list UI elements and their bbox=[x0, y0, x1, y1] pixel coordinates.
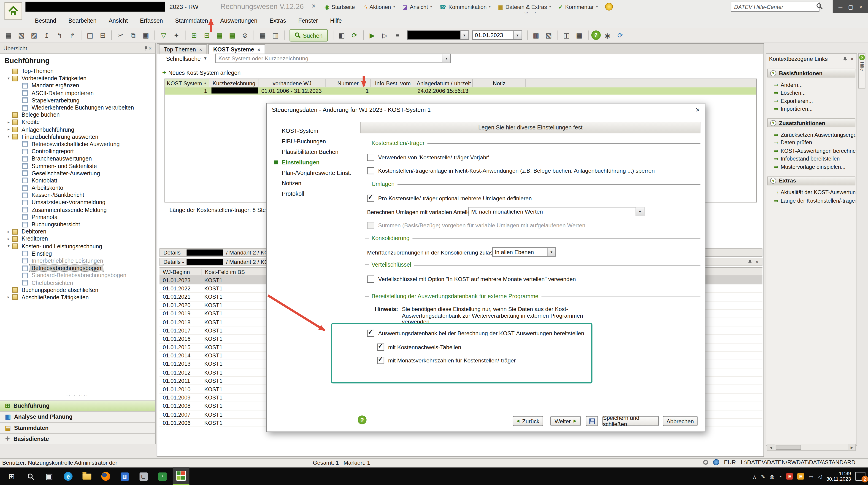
taskbar-search-button[interactable] bbox=[22, 467, 39, 485]
horizontal-scrollbar[interactable]: ◀ ▶ bbox=[767, 444, 856, 451]
buchfuehrung-button[interactable]: ⊞ Buchführung bbox=[0, 400, 155, 411]
checkbox-auswertungsdatenbank[interactable]: Auswertungsdatenbank bei der Berechnung … bbox=[367, 330, 584, 337]
tree-expander-icon[interactable]: ▸ bbox=[5, 229, 12, 234]
tree-expander-icon[interactable]: ▾ bbox=[5, 135, 12, 139]
files-icon[interactable]: ▣ Dateien & Extras ▾ bbox=[498, 4, 551, 10]
dialog-nav-item[interactable]: Plausibilitäten Buchen bbox=[267, 147, 355, 157]
new-kost-system-link[interactable]: + Neues Kost-System anlegen bbox=[162, 69, 241, 76]
menu-item[interactable]: Hilfe bbox=[324, 13, 348, 27]
tab[interactable]: Top-Themen × bbox=[159, 44, 207, 55]
feedback-smiley-icon[interactable] bbox=[605, 3, 613, 10]
grid-view-icon[interactable]: ▦ bbox=[214, 29, 225, 41]
columns-icon[interactable]: ◫ bbox=[561, 29, 572, 41]
menu-item[interactable]: Stammdaten bbox=[169, 13, 214, 27]
column-header[interactable]: vorhandene WJ bbox=[259, 79, 326, 87]
dialog-nav-item[interactable]: Einstellungen bbox=[267, 157, 355, 168]
sidebar-tree-item[interactable]: Kontoblatt bbox=[0, 177, 155, 184]
pin-icon[interactable] bbox=[843, 57, 848, 62]
sidebar-tree-item[interactable]: Gesellschafter-Auswertung bbox=[0, 170, 155, 177]
dialog-nav-item[interactable]: FIBU-Buchungen bbox=[267, 136, 355, 147]
scroll-left-icon[interactable]: ◀ bbox=[767, 444, 774, 450]
task-view-button[interactable]: ▣ bbox=[41, 467, 58, 485]
cut-icon[interactable]: ✂ bbox=[115, 29, 126, 41]
pin-icon[interactable] bbox=[747, 260, 752, 265]
menu-item[interactable]: Ansicht bbox=[102, 13, 134, 27]
filter-icon[interactable]: ▽ bbox=[158, 29, 169, 41]
checkbox-vorjahr[interactable]: Verwenden von 'Kostenstelle/-träger Vorj… bbox=[367, 154, 489, 161]
app-green-icon[interactable]: ◔ bbox=[154, 467, 171, 485]
checkbox-icon[interactable] bbox=[377, 344, 384, 351]
context-link[interactable]: ⇒ Infobestand bereitstellen bbox=[774, 155, 856, 163]
dialog-title-bar[interactable]: Steuerungsdaten - Änderung für WJ 2023 -… bbox=[267, 103, 705, 116]
sync-icon[interactable]: ⟳ bbox=[615, 29, 626, 41]
sidebar-tree-item[interactable]: Kassen-/Bankbericht bbox=[0, 192, 155, 199]
comment-icon[interactable]: ✓ Kommentar ▾ bbox=[558, 4, 598, 10]
context-link[interactable]: ⇒ KOST-Auswertungen berechnen fü... bbox=[774, 147, 856, 155]
tray-cloud-icon[interactable]: ◔ bbox=[779, 473, 782, 480]
journal-icon[interactable]: ▥ bbox=[270, 29, 281, 41]
sidebar-tree-item[interactable]: Umsatzsteuer-Voranmeldung bbox=[0, 199, 155, 206]
checkbox-sperren[interactable]: Kostenstellen/-trägeranlage in Nicht-Kos… bbox=[367, 167, 655, 174]
help-icon[interactable]: ? bbox=[358, 416, 367, 424]
calendar-icon[interactable]: ▦ bbox=[574, 29, 585, 41]
sidebar-tree-item[interactable]: ▸ Kredite bbox=[0, 119, 155, 126]
post-all-icon[interactable]: ▷ bbox=[379, 29, 391, 41]
sidebar-tree-item[interactable]: Chefübersichten bbox=[0, 279, 155, 286]
berechnen-umlagen-dropdown[interactable]: M: nach monatlichen Werten ▾ bbox=[468, 207, 644, 216]
sidebar-tree-item[interactable]: Innerbetriebliche Leistungen bbox=[0, 257, 155, 265]
new-document-icon[interactable]: ▤ bbox=[3, 29, 14, 41]
pin-icon[interactable] bbox=[144, 46, 149, 51]
scrollbar-track[interactable] bbox=[775, 444, 848, 450]
open-icon[interactable]: ▧ bbox=[16, 29, 27, 41]
chevron-down-icon[interactable]: ▾ bbox=[513, 31, 521, 39]
edge-icon[interactable]: e bbox=[60, 467, 76, 485]
checkbox-monatsverkehrszahlen[interactable]: mit Monatsverkehrszahlen für Kostenstell… bbox=[377, 357, 516, 364]
collapse-icon[interactable]: ∨ bbox=[770, 178, 776, 184]
maximize-icon[interactable]: ▢ bbox=[848, 4, 854, 10]
collapse-icon[interactable]: ∨ bbox=[770, 70, 776, 76]
checkbox-icon[interactable] bbox=[367, 330, 374, 337]
menu-item[interactable]: Bearbeiten bbox=[62, 13, 102, 27]
sidebar-tree-item[interactable]: ▸ Anlagenbuchführung bbox=[0, 126, 155, 133]
layout-icon[interactable]: ◧ bbox=[336, 29, 348, 41]
column-header[interactable]: Kurzbezeichnung bbox=[209, 79, 259, 87]
scroll-right-icon[interactable]: ▶ bbox=[848, 444, 856, 450]
tray-network-icon[interactable]: ◍ bbox=[770, 473, 774, 480]
help-tab[interactable]: ? Hilfe bbox=[858, 53, 865, 89]
section-extras[interactable]: ∨ Extras bbox=[767, 176, 856, 185]
context-link[interactable]: ⇒ Mustervorlage einspielen... bbox=[774, 163, 856, 170]
sidebar-tree-item[interactable]: Einstieg bbox=[0, 250, 155, 257]
gear-icon[interactable] bbox=[703, 460, 708, 465]
home-icon[interactable]: ◉ Startseite bbox=[324, 4, 357, 10]
weiter-button[interactable]: Weiter ▶ bbox=[550, 416, 581, 426]
column-header[interactable]: Notiz bbox=[473, 79, 526, 87]
communication-icon[interactable]: ☎ Kommunikation ▾ bbox=[439, 4, 491, 10]
zurueck-button[interactable]: ◀ Zurück bbox=[513, 416, 543, 426]
window-vertical-split-icon[interactable]: ◫ bbox=[84, 29, 96, 41]
tab[interactable]: KOST-Systeme × bbox=[208, 44, 265, 55]
collapse-icon[interactable]: ∨ bbox=[770, 120, 776, 126]
close-panel-icon[interactable]: × bbox=[850, 56, 854, 62]
context-link[interactable]: ⇒ Importieren... bbox=[774, 105, 856, 113]
notification-center-icon[interactable]: 2 bbox=[856, 472, 866, 481]
sidebar-tree-item[interactable]: Belege buchen bbox=[0, 111, 155, 119]
table-view-icon[interactable]: ⊞ bbox=[188, 29, 200, 41]
quick-search-input[interactable]: Kost-System oder Kurzbezeichnung ▾ bbox=[216, 54, 451, 63]
stammdaten-button[interactable]: ▤ Stammdaten bbox=[0, 422, 155, 433]
dialog-nav-item[interactable]: Plan-/Vorjahreswerte Einst. bbox=[267, 168, 355, 178]
close-panel-icon[interactable]: × bbox=[756, 259, 758, 265]
chevron-down-icon[interactable]: ▾ bbox=[460, 31, 468, 39]
panel-splitter[interactable]: ......... bbox=[0, 392, 155, 397]
context-link[interactable]: ⇒ Zurücksetzen Auswertungsergebni... bbox=[774, 131, 856, 138]
file-explorer-icon[interactable] bbox=[79, 467, 95, 485]
checkbox-icon[interactable] bbox=[367, 276, 374, 283]
navigate-forward-icon[interactable]: ↱ bbox=[66, 29, 78, 41]
close-dialog-icon[interactable]: × bbox=[696, 105, 700, 114]
sidebar-tree-item[interactable]: ▾ Kosten- und Leistungsrechnung bbox=[0, 243, 155, 250]
calculator-icon[interactable]: ▦ bbox=[257, 29, 269, 41]
tree-expander-icon[interactable]: ▸ bbox=[5, 127, 12, 132]
checkbox-icon[interactable] bbox=[367, 167, 374, 174]
snapshot-icon[interactable]: ◉ bbox=[601, 29, 613, 41]
menu-item[interactable]: Bestand bbox=[29, 13, 62, 27]
sidebar-tree-item[interactable]: Controllingreport bbox=[0, 148, 155, 155]
